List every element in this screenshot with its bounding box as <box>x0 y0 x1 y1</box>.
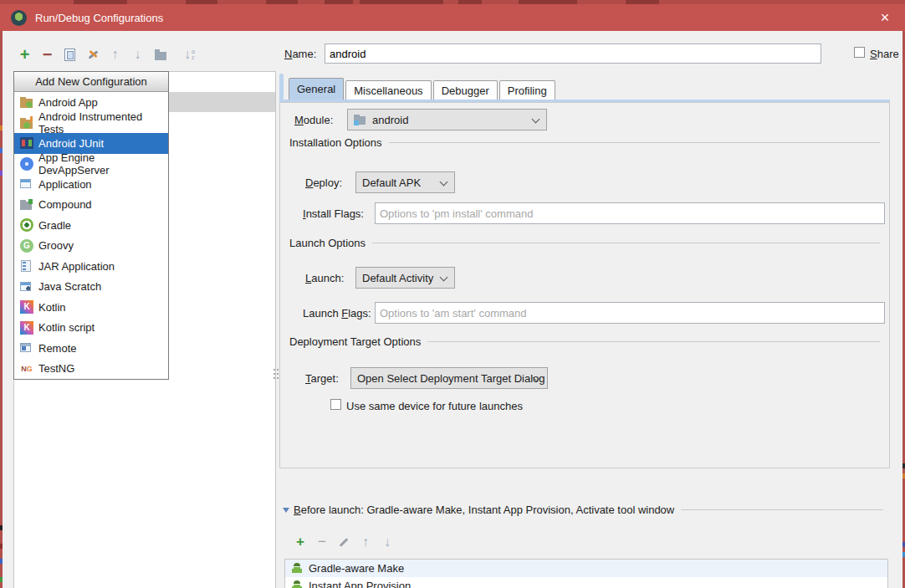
java-scratch-icon <box>20 282 31 291</box>
popup-item-kotlin[interactable]: K Kotlin <box>14 297 168 318</box>
android-instrumented-tests-icon <box>20 116 33 130</box>
copy-configuration-button[interactable] <box>59 43 81 65</box>
before-launch-header: Before launch: Gradle-aware Make, Instan… <box>279 504 883 516</box>
popup-item-android-instrumented-tests[interactable]: Android Instrumented Tests <box>14 113 168 134</box>
add-task-button[interactable]: + <box>289 534 311 550</box>
groovy-icon: G <box>20 239 33 253</box>
launch-dropdown[interactable]: Default Activity <box>355 267 455 289</box>
configurations-toolbar: + − ↑ ↓ ↓az <box>13 43 201 65</box>
splitter-grip[interactable] <box>274 369 275 371</box>
tab-general[interactable]: General <box>289 78 344 100</box>
add-new-configuration-popup: Add New Configuration Android App Androi… <box>13 71 169 380</box>
close-icon[interactable]: × <box>865 4 905 31</box>
deploy-label: Deploy: <box>305 176 342 189</box>
task-move-down-button[interactable]: ↓ <box>376 534 398 550</box>
share-checkbox[interactable] <box>854 47 865 58</box>
config-tabs: General Miscellaneous Debugger Profiling <box>289 79 557 100</box>
remote-icon <box>20 343 31 352</box>
sort-az-icon: ↓az <box>184 47 195 62</box>
edit-task-button[interactable] <box>333 535 355 549</box>
popup-item-kotlin-script[interactable]: K Kotlin script <box>14 318 168 339</box>
sort-configurations-button[interactable]: ↓az <box>178 43 201 65</box>
popup-item-application[interactable]: Application <box>14 174 168 195</box>
move-up-button[interactable]: ↑ <box>104 43 126 65</box>
popup-item-app-engine-devappserver[interactable]: App Engine DevAppServer <box>14 154 168 175</box>
dialog-titlebar: Run/Debug Configurations × <box>0 4 905 31</box>
module-folder-icon <box>354 113 367 126</box>
deployment-target-options-section: Deployment Target Options <box>289 335 880 348</box>
install-flags-label: Install Flags: <box>303 207 364 220</box>
before-launch-label: Before launch: Gradle-aware Make, Instan… <box>294 504 674 516</box>
module-label: Module: <box>294 114 333 126</box>
android-app-icon <box>20 95 33 109</box>
popup-item-remote[interactable]: Remote <box>14 338 168 359</box>
use-same-device-checkbox[interactable] <box>330 399 341 410</box>
move-down-button[interactable]: ↓ <box>126 43 149 65</box>
android-junit-icon <box>20 136 33 150</box>
section-title: Deployment Target Options <box>289 335 421 348</box>
popup-item-groovy[interactable]: G Groovy <box>14 236 168 257</box>
launch-label: Launch: <box>305 272 344 284</box>
application-icon <box>20 179 31 188</box>
use-same-device-label: Use same device for future launches <box>346 400 523 412</box>
create-folder-button[interactable] <box>149 43 171 65</box>
tree-scrollbar-thumb[interactable] <box>279 74 284 100</box>
installation-options-section: Installation Options <box>289 136 880 149</box>
before-launch-toolbar: + − ↑ ↓ <box>289 534 398 550</box>
before-launch-task-list: Gradle-aware Make Instant App Provision <box>284 559 888 588</box>
popup-item-jar-application[interactable]: JAR Application <box>14 256 168 277</box>
copy-icon <box>64 49 75 61</box>
popup-item-gradle[interactable]: Gradle <box>14 215 168 236</box>
android-studio-icon <box>11 10 27 26</box>
task-row-instant-app-provision[interactable]: Instant App Provision <box>285 577 887 588</box>
testng-icon: NG <box>20 362 33 376</box>
android-robot-icon <box>290 562 303 575</box>
chevron-down-icon <box>532 115 540 124</box>
dialog-title: Run/Debug Configurations <box>35 12 163 24</box>
tab-miscellaneous[interactable]: Miscellaneous <box>345 80 431 100</box>
launch-options-section: Launch Options <box>289 237 880 249</box>
section-divider <box>389 142 880 143</box>
target-dropdown[interactable]: Open Select Deployment Target Dialog <box>350 367 548 389</box>
remove-task-button[interactable]: − <box>311 534 333 550</box>
popup-item-compound[interactable]: Compound <box>14 195 168 216</box>
add-configuration-button[interactable]: + <box>13 43 36 65</box>
jar-application-icon <box>21 260 31 272</box>
kotlin-icon: K <box>20 300 33 314</box>
popup-item-java-scratch[interactable]: Java Scratch <box>14 277 168 298</box>
section-title: Installation Options <box>289 136 382 149</box>
section-divider <box>372 243 880 243</box>
name-label: Name: <box>284 48 316 60</box>
pencil-icon <box>337 535 350 549</box>
collapse-triangle-icon[interactable] <box>283 508 289 516</box>
wrench-icon <box>86 48 100 61</box>
module-dropdown[interactable]: android <box>347 109 547 130</box>
android-robot-icon <box>290 580 303 588</box>
folder-icon <box>155 52 166 60</box>
task-row-gradle-aware-make[interactable]: Gradle-aware Make <box>285 560 887 577</box>
compound-icon <box>20 198 33 212</box>
background-left-edge <box>0 31 3 588</box>
launch-flags-label: Launch Flags: <box>303 307 371 320</box>
deploy-dropdown[interactable]: Default APK <box>355 171 455 193</box>
popup-item-testng[interactable]: NG TestNG <box>14 359 168 380</box>
section-divider <box>427 341 880 342</box>
kotlin-script-icon: K <box>20 321 33 335</box>
install-flags-input[interactable] <box>375 202 885 224</box>
run-debug-configurations-dialog: Run/Debug Configurations × + − ↑ ↓ ↓az <box>0 0 905 588</box>
chevron-down-icon <box>440 274 448 282</box>
task-move-up-button[interactable]: ↑ <box>355 534 376 550</box>
edit-defaults-button[interactable] <box>81 43 104 65</box>
remove-configuration-button[interactable]: − <box>36 43 59 65</box>
tab-profiling[interactable]: Profiling <box>499 80 555 100</box>
chevron-down-icon <box>440 178 448 187</box>
launch-flags-input[interactable] <box>375 302 885 324</box>
target-label: Target: <box>305 372 339 385</box>
popup-header: Add New Configuration <box>14 72 168 92</box>
gradle-icon <box>20 218 33 232</box>
tab-debugger[interactable]: Debugger <box>433 80 498 100</box>
share-label: Share <box>870 48 899 60</box>
section-title: Launch Options <box>289 237 366 249</box>
app-engine-icon <box>20 157 33 171</box>
name-input[interactable] <box>325 43 821 64</box>
